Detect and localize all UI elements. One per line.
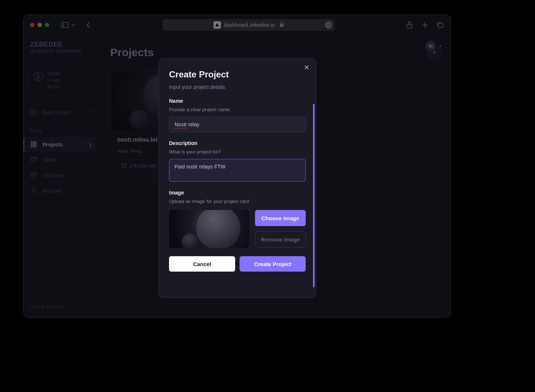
name-help: Provide a clear project name xyxy=(169,107,306,112)
modal-title: Create Project xyxy=(169,69,306,80)
create-project-button[interactable]: Create Project xyxy=(240,256,306,272)
choose-image-button[interactable]: Choose Image xyxy=(255,210,306,226)
cancel-button[interactable]: Cancel xyxy=(169,256,235,272)
create-project-modal: ✕ Create Project Input your project deta… xyxy=(158,58,316,298)
name-input-rest: relay xyxy=(187,121,199,127)
browser-window: dashboard.zebedee.io ⋯ ZEBEDEE DEVELOPER… xyxy=(23,15,451,318)
description-help: What is your project for? xyxy=(169,149,306,155)
description-label: Description xyxy=(169,140,306,146)
description-input[interactable] xyxy=(169,159,306,182)
modal-subtitle: Input your project details xyxy=(169,84,306,90)
close-icon[interactable]: ✕ xyxy=(304,63,309,72)
image-help: Upload an image for your project card xyxy=(169,199,306,204)
image-preview xyxy=(169,210,249,248)
name-input-spellcheck: Nostr xyxy=(175,121,187,127)
image-label: Image xyxy=(169,190,306,196)
name-label: Name xyxy=(169,98,306,104)
name-input[interactable]: Nostr relay xyxy=(169,117,306,132)
remove-image-button[interactable]: Remove Image xyxy=(255,231,306,247)
modal-scrollbar[interactable] xyxy=(313,104,315,287)
